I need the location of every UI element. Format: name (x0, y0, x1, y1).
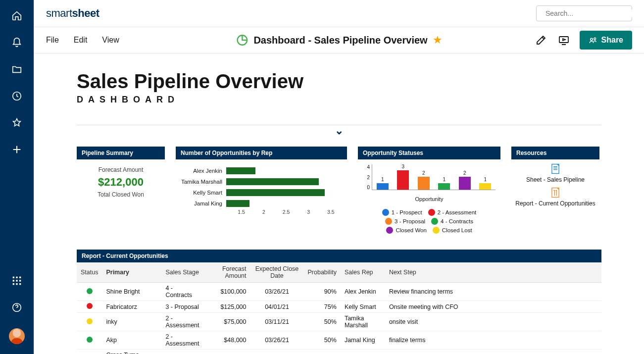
resource-sheet-link[interactable]: Sheet - Sales Pipeline (511, 163, 599, 183)
edit-icon[interactable] (534, 33, 548, 47)
bar-label: Jamal King (181, 201, 226, 206)
page-subtitle: DASHBOARD (77, 95, 601, 105)
search-input[interactable] (536, 5, 632, 21)
svg-rect-6 (19, 280, 21, 281)
logo[interactable]: smartsheet (46, 7, 99, 20)
bar-label: Tamika Marshall (181, 179, 226, 185)
dashboard-type-icon (236, 34, 248, 47)
chevron-down-icon[interactable]: ⌄ (335, 124, 344, 137)
table-row[interactable]: Shine Bright4 - Contracts$100,000 03/26/… (77, 283, 601, 301)
legend: 1 - Prospect2 - Assessment3 - Proposal4 … (363, 209, 495, 234)
table-row[interactable]: Akp2 - Assessment$48,000 03/26/2150%Jama… (77, 331, 601, 350)
svg-point-14 (590, 38, 593, 41)
page-title: Sales Pipeline Overview (77, 70, 601, 93)
present-icon[interactable] (557, 33, 571, 47)
home-icon[interactable] (11, 10, 23, 22)
svg-rect-16 (552, 164, 559, 174)
svg-rect-7 (13, 283, 14, 285)
resource-report-link[interactable]: Report - Current Opportunities (511, 187, 599, 207)
avatar[interactable] (9, 328, 25, 344)
search-field[interactable] (545, 9, 632, 17)
widget-opp-statuses[interactable]: Opportunity Statuses 420 132121 Opportun… (358, 147, 500, 237)
forecast-label: Forecast Amount (77, 166, 165, 173)
toolbar: File Edit View Dashboard - Sales Pipelin… (34, 27, 644, 53)
doc-title[interactable]: Dashboard - Sales Pipeline Overview (253, 35, 427, 46)
widget-opps-by-rep[interactable]: Number of Opportunities by Rep Alex Jenk… (176, 147, 347, 237)
divider: ⌄ (77, 125, 601, 135)
report-icon (550, 187, 560, 198)
menu-view[interactable]: View (102, 36, 119, 45)
menu-edit[interactable]: Edit (74, 36, 88, 45)
apps-icon[interactable] (11, 275, 23, 287)
bar-label: Kelly Smart (181, 190, 226, 196)
widget-pipeline-summary[interactable]: Pipeline Summary Forecast Amount $212,00… (77, 147, 165, 237)
status-dot (87, 318, 93, 324)
bar-label: Alex Jenkin (181, 168, 226, 174)
bar-chart: Alex JenkinTamika MarshallKelly SmartJam… (176, 159, 347, 218)
status-dot (87, 303, 93, 309)
widget-report-table[interactable]: Report - Current Opportunities Status Pr… (77, 250, 601, 354)
recent-icon[interactable] (11, 90, 23, 102)
column-chart: 132121 (372, 164, 495, 190)
svg-rect-13 (559, 37, 568, 43)
svg-rect-2 (16, 277, 17, 278)
folder-icon[interactable] (11, 63, 23, 75)
svg-rect-9 (19, 283, 21, 285)
favorite-star-icon[interactable]: ★ (433, 34, 443, 47)
svg-rect-8 (16, 283, 17, 285)
table-row[interactable]: inky2 - Assessment$75,000 03/11/2150%Tam… (77, 313, 601, 331)
forecast-sub: Total Closed Won (77, 191, 165, 198)
svg-rect-3 (19, 277, 21, 278)
svg-point-15 (594, 38, 595, 40)
widget-resources[interactable]: Resources Sheet - Sales Pipeline Report … (511, 147, 599, 237)
svg-rect-17 (552, 188, 559, 198)
svg-rect-5 (16, 280, 17, 281)
svg-rect-1 (13, 277, 14, 278)
table-row[interactable]: Fabricatorz3 - Proposal$125,000 04/01/21… (77, 301, 601, 313)
dashboard-content: Sales Pipeline Overview DASHBOARD ⌄ Pipe… (34, 53, 644, 354)
star-icon[interactable] (11, 117, 23, 129)
bell-icon[interactable] (11, 37, 23, 49)
menu-file[interactable]: File (46, 36, 59, 45)
forecast-amount: $212,000 (77, 176, 165, 189)
share-button[interactable]: Share (580, 31, 632, 50)
help-icon[interactable] (11, 302, 23, 313)
status-dot (87, 288, 93, 294)
left-nav-rail (0, 0, 34, 354)
svg-rect-4 (13, 280, 14, 281)
topbar: smartsheet (34, 0, 644, 27)
plus-icon[interactable] (11, 144, 23, 155)
table-row[interactable]: Cross Tyme Moving3 - Proposal$90,000 02/… (77, 350, 601, 354)
opportunities-table: Status Primary Sales Stage Forecast Amou… (77, 262, 601, 354)
sheet-icon (550, 163, 560, 174)
status-dot (87, 337, 93, 343)
